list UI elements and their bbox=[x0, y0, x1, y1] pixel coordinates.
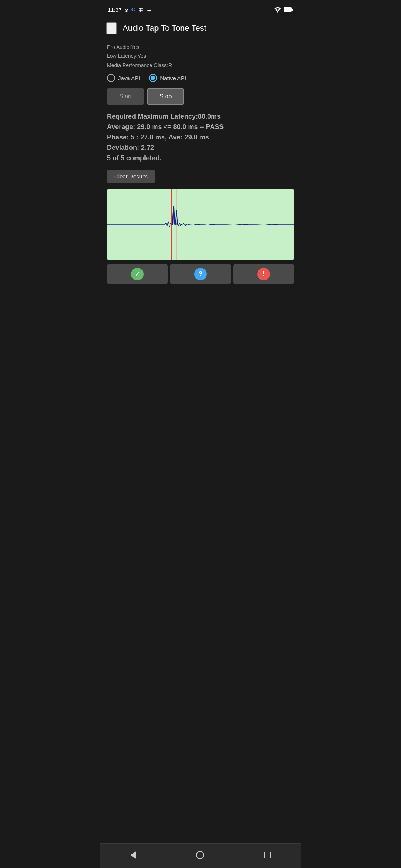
java-api-radio[interactable]: Java API bbox=[107, 74, 140, 82]
waveform-svg bbox=[107, 189, 294, 260]
start-button[interactable]: Start bbox=[107, 88, 144, 105]
top-bar: ← Audio Tap To Tone Test bbox=[100, 18, 301, 40]
cloud-icon: ☁ bbox=[146, 7, 151, 13]
result-line-1: Required Maximum Latency:80.0ms bbox=[107, 112, 294, 122]
pass-button[interactable]: ✓ bbox=[107, 264, 168, 284]
wifi-icon bbox=[274, 7, 281, 13]
device-info: Pro Audio:Yes Low Latency:Yes Media Perf… bbox=[107, 43, 294, 69]
result-line-4: Deviation: 2.72 bbox=[107, 143, 294, 153]
results-section: Required Maximum Latency:80.0ms Average:… bbox=[107, 112, 294, 163]
fan-icon: ⌀ bbox=[125, 6, 128, 13]
question-icon: ? bbox=[194, 268, 207, 280]
native-api-radio[interactable]: Native API bbox=[149, 74, 186, 82]
low-latency-info: Low Latency:Yes bbox=[107, 52, 294, 60]
clear-results-button[interactable]: Clear Results bbox=[107, 170, 155, 183]
status-right bbox=[274, 7, 293, 13]
main-content: Pro Audio:Yes Low Latency:Yes Media Perf… bbox=[100, 40, 301, 295]
java-api-label: Java API bbox=[118, 75, 140, 81]
info-button[interactable]: ? bbox=[170, 264, 231, 284]
java-api-radio-outer bbox=[107, 74, 115, 82]
status-time: 11:37 bbox=[108, 7, 122, 13]
back-button[interactable]: ← bbox=[106, 22, 117, 34]
status-left: 11:37 ⌀ G ▦ ☁ bbox=[108, 6, 151, 13]
result-line-5: 5 of 5 completed. bbox=[107, 153, 294, 164]
svg-rect-2 bbox=[292, 9, 293, 11]
check-icon: ✓ bbox=[131, 268, 144, 280]
pro-audio-info: Pro Audio:Yes bbox=[107, 43, 294, 51]
result-line-2: Average: 29.0 ms <= 80.0 ms -- PASS bbox=[107, 122, 294, 132]
warning-button[interactable]: ! bbox=[233, 264, 294, 284]
stop-button[interactable]: Stop bbox=[147, 88, 184, 105]
calendar-icon: ▦ bbox=[138, 7, 143, 13]
result-line-3: Phase: 5 : 27.0 ms, Ave: 29.0 ms bbox=[107, 132, 294, 143]
svg-point-0 bbox=[277, 11, 278, 13]
page-title: Audio Tap To Tone Test bbox=[123, 23, 206, 33]
status-bar: 11:37 ⌀ G ▦ ☁ bbox=[100, 0, 301, 18]
action-buttons: Start Stop bbox=[107, 88, 294, 105]
media-performance-info: Media Performance Class:R bbox=[107, 61, 294, 69]
google-icon: G bbox=[131, 7, 136, 13]
native-api-radio-outer bbox=[149, 74, 157, 82]
native-api-radio-inner bbox=[151, 76, 155, 80]
native-api-label: Native API bbox=[160, 75, 186, 81]
status-icon-buttons: ✓ ? ! bbox=[107, 264, 294, 284]
battery-icon bbox=[284, 7, 293, 12]
api-selector: Java API Native API bbox=[107, 74, 294, 82]
exclamation-icon: ! bbox=[257, 268, 270, 280]
svg-rect-1 bbox=[284, 7, 292, 12]
waveform-display bbox=[107, 189, 294, 260]
